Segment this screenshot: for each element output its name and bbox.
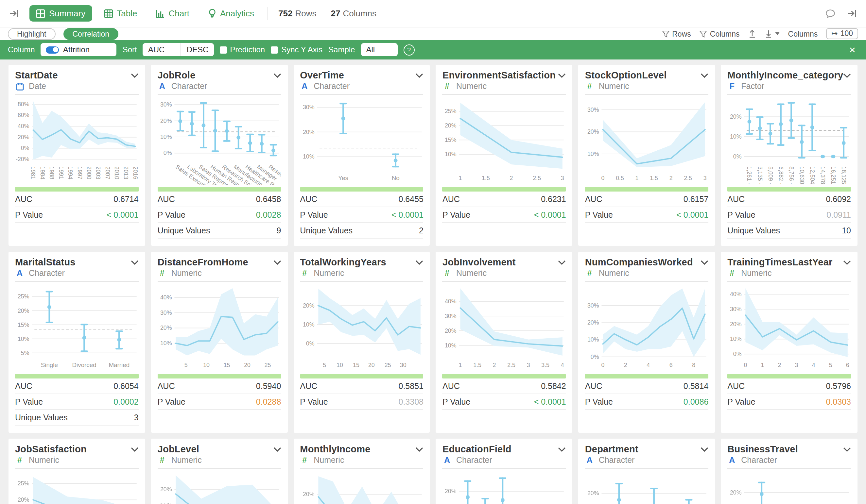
chevron-down-icon[interactable] <box>843 73 851 78</box>
chevron-down-icon[interactable] <box>558 73 566 78</box>
stat-label: P Value <box>443 397 470 406</box>
stat-row: Unique Values10 <box>727 223 851 238</box>
chevron-down-icon[interactable] <box>416 73 423 78</box>
tab-chart[interactable]: Chart <box>149 5 196 22</box>
stat-value: 0.6455 <box>399 194 423 204</box>
svg-text:10%: 10% <box>445 342 457 349</box>
stat-value: < 0.0001 <box>107 210 139 219</box>
svg-text:40%: 40% <box>445 298 457 305</box>
tab-table[interactable]: Table <box>97 5 144 22</box>
character-type-icon: A <box>727 456 736 465</box>
type-label: Numeric <box>456 82 487 91</box>
column-type: Date <box>15 82 139 95</box>
svg-text:Divorced: Divorced <box>72 361 97 368</box>
svg-text:25: 25 <box>264 362 271 368</box>
svg-text:1981: 1981 <box>30 166 36 179</box>
collapse-left-panel-icon[interactable] <box>8 7 20 20</box>
svg-text:15%: 15% <box>445 137 457 143</box>
chevron-down-icon[interactable] <box>273 73 281 78</box>
chevron-down-icon[interactable] <box>700 73 708 78</box>
stat-label: AUC <box>585 194 602 204</box>
upload-icon[interactable] <box>748 30 756 38</box>
chevron-down-icon[interactable] <box>273 260 281 265</box>
svg-text:1: 1 <box>761 362 764 368</box>
numeric-type-icon: # <box>727 269 736 278</box>
stat-row: Unique Values2 <box>300 223 423 238</box>
correlation-button[interactable]: Correlation <box>64 28 119 40</box>
stat-label: AUC <box>585 381 602 391</box>
numeric-type-icon: # <box>443 269 452 278</box>
chevron-down-icon[interactable] <box>558 447 566 452</box>
stat-label: P Value <box>15 210 43 219</box>
comment-bubble-icon[interactable] <box>824 8 836 19</box>
chevron-down-icon[interactable] <box>700 447 708 452</box>
svg-text:0%: 0% <box>591 354 599 360</box>
chart: 25%20%15%10%5%SingleDivorcedMarried <box>15 283 139 372</box>
column-type: # Numeric <box>585 269 709 282</box>
chevron-down-icon[interactable] <box>131 73 139 78</box>
stats: AUC0.6714P Value< 0.0001 <box>15 191 139 223</box>
funnel-icon <box>662 30 669 37</box>
svg-text:1,261 - 3,134: 1,261 - 3,134 <box>746 166 753 185</box>
chevron-down-icon[interactable] <box>558 260 566 265</box>
sync-y-axis-checkbox[interactable] <box>271 46 278 53</box>
svg-text:2.5: 2.5 <box>508 362 516 368</box>
svg-text:20%: 20% <box>160 117 172 124</box>
chevron-down-icon[interactable] <box>700 260 708 265</box>
chevron-down-icon[interactable] <box>843 260 851 265</box>
type-label: Numeric <box>599 82 629 91</box>
svg-text:30: 30 <box>400 362 406 368</box>
svg-text:-20%: -20% <box>16 156 30 163</box>
sample-select[interactable]: All <box>361 43 397 56</box>
chart: 20%15%10%5% <box>158 470 281 504</box>
numeric-type-icon: # <box>158 456 167 465</box>
svg-text:3.5: 3.5 <box>542 362 550 368</box>
tab-analytics[interactable]: Analytics <box>201 5 260 22</box>
tab-summary[interactable]: Summary <box>30 5 92 22</box>
prediction-checkbox[interactable] <box>220 46 227 53</box>
svg-text:3: 3 <box>561 175 565 181</box>
prediction-checkbox-group: Prediction <box>220 45 265 54</box>
svg-text:4: 4 <box>812 362 815 368</box>
chevron-down-icon[interactable] <box>843 447 851 452</box>
column-card: TrainingTimesLastYear # Numeric 40%30%20… <box>721 252 857 433</box>
stat-label: P Value <box>300 397 328 406</box>
character-type-icon: A <box>15 269 24 278</box>
auc-progress-bar <box>727 374 851 379</box>
chevron-down-icon[interactable] <box>416 260 423 265</box>
svg-text:10%: 10% <box>18 336 30 342</box>
column-card: MaritalStatus A Character 25%20%15%10%5%… <box>9 252 145 433</box>
chevron-down-icon[interactable] <box>131 447 139 452</box>
stat-label: P Value <box>585 397 613 406</box>
collapse-right-panel-icon[interactable] <box>846 7 858 20</box>
sort-dir-select[interactable]: DESC <box>181 43 214 56</box>
correlation-cards-grid: StartDate Date 80%60%40%20%0%-20%1981198… <box>0 59 866 504</box>
svg-text:25%: 25% <box>18 293 30 300</box>
download-menu-icon[interactable] <box>765 30 780 38</box>
chart: 20%10%0%1,261 - 3,1343,135 - 5,0085,009 … <box>727 96 851 185</box>
chevron-down-icon[interactable] <box>416 447 423 452</box>
column-card: TotalWorkingYears # Numeric 20%10%0%5101… <box>293 252 430 433</box>
close-icon[interactable]: × <box>846 44 858 55</box>
column-card: StartDate Date 80%60%40%20%0%-20%1981198… <box>9 65 145 246</box>
stats: AUC0.6054P Value0.0002Unique Values3 <box>15 379 139 426</box>
filter-columns-button[interactable]: Columns <box>700 30 740 37</box>
sort-by-select[interactable]: AUC <box>143 43 181 56</box>
numeric-type-icon: # <box>158 269 167 278</box>
stat-label: AUC <box>727 381 745 391</box>
chevron-down-icon[interactable] <box>273 447 281 452</box>
svg-text:10%: 10% <box>302 153 314 160</box>
svg-text:2007: 2007 <box>104 166 111 179</box>
type-label: Numeric <box>171 269 202 278</box>
card-title: TotalWorkingYears <box>300 257 423 267</box>
svg-text:0%: 0% <box>733 153 742 160</box>
target-column-field[interactable]: Attrition <box>41 43 117 56</box>
highlight-button[interactable]: Highlight <box>8 28 56 40</box>
column-toggle[interactable] <box>46 46 59 53</box>
svg-text:2003: 2003 <box>95 166 101 179</box>
chevron-down-icon[interactable] <box>131 260 139 265</box>
stat-label: AUC <box>443 194 460 204</box>
columns-limit-button[interactable]: ↦ 100 <box>826 28 858 39</box>
help-icon[interactable]: ? <box>403 44 414 55</box>
filter-rows-button[interactable]: Rows <box>662 30 691 37</box>
